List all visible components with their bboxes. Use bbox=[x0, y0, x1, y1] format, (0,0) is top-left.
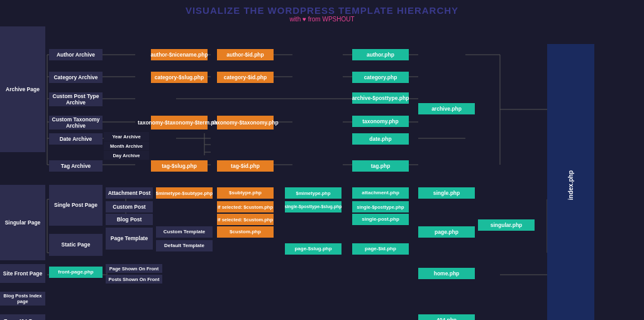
singular-php-node: singular.php bbox=[478, 219, 535, 231]
posts-shown-on-front-node: Posts Shown On Front bbox=[106, 275, 162, 284]
mimetype-php-node: $mimetype.php bbox=[285, 187, 341, 199]
custom-php-node: $custom.php bbox=[217, 226, 274, 238]
month-archive-node: Month Archive bbox=[104, 141, 149, 150]
tag-slug-node: tag-$slug.php bbox=[151, 160, 208, 172]
custom-template-node: Custom Template bbox=[156, 226, 213, 238]
page-shown-on-front-node: Page Shown On Front bbox=[106, 264, 162, 273]
tag-archive-node: Tag Archive bbox=[49, 160, 103, 172]
single-posttype-node: single-$posttype.php bbox=[352, 201, 409, 212]
tag-id-node: tag-$id.php bbox=[217, 160, 274, 172]
author-nicename-node: author-$nicename.php bbox=[151, 49, 208, 60]
if-selected-custom2-node: if selected: $custom.php bbox=[217, 214, 274, 225]
front-page-php-node: front-page.php bbox=[49, 267, 103, 278]
content-area: Archive Page Author Archive Category Arc… bbox=[0, 26, 644, 309]
single-post-page-node: Single Post Page bbox=[49, 185, 103, 226]
custom-taxonomy-archive-node: Custom Taxonomy Archive bbox=[49, 116, 103, 130]
day-archive-node: Day Archive bbox=[104, 151, 149, 160]
author-archive-node: Author Archive bbox=[49, 49, 103, 60]
static-page-node: Static Page bbox=[49, 234, 103, 256]
sub-title: with ♥ from WPSHOUT bbox=[0, 16, 644, 23]
tag-php-node: tag.php bbox=[352, 160, 409, 172]
if-selected-custom1-node: if selected: $custom.php bbox=[217, 201, 274, 212]
main-container: VISUALIZE THE WORDPRESS TEMPLATE HIERARC… bbox=[0, 0, 644, 320]
singular-page-node: Singular Page bbox=[0, 185, 45, 260]
archive-page-node: Archive Page bbox=[0, 26, 45, 152]
blog-post-node: Blog Post bbox=[106, 214, 153, 225]
archive-posttype-node: archive-$posttype.php bbox=[352, 92, 409, 104]
single-post-node: single-post.php bbox=[352, 214, 409, 225]
site-front-page-node: Site Front Page bbox=[0, 264, 45, 283]
page-php-node: page.php bbox=[418, 226, 475, 238]
taxonomy-term-node: taxonomy-$taxonomy-$term.php bbox=[151, 116, 208, 130]
error-404-php-node: 404.php bbox=[418, 314, 475, 320]
blog-posts-index-node: Blog Posts Index page bbox=[0, 292, 45, 306]
category-id-node: category-$id.php bbox=[217, 72, 274, 83]
category-php-node: category.php bbox=[352, 72, 409, 83]
category-archive-node: Category Archive bbox=[49, 72, 103, 83]
taxonomy-php-node: taxonomy-$taxonomy.php bbox=[217, 116, 274, 130]
author-php-node: author.php bbox=[352, 49, 409, 60]
custom-post-type-archive-node: Custom Post Type Archive bbox=[49, 92, 103, 106]
taxonomy-php2-node: taxonomy.php bbox=[352, 116, 409, 127]
date-php-node: date.php bbox=[352, 133, 409, 145]
main-title: VISUALIZE THE WORDPRESS TEMPLATE HIERARC… bbox=[0, 5, 644, 16]
error-404-node: Error 404 Page bbox=[0, 314, 45, 320]
title-area: VISUALIZE THE WORDPRESS TEMPLATE HIERARC… bbox=[0, 5, 644, 23]
attachment-post-node: Attachment Post bbox=[106, 187, 153, 199]
date-archive-node: Date Archive bbox=[49, 133, 103, 145]
page-id-node: page-$id.php bbox=[352, 243, 409, 255]
archive-php-node: archive.php bbox=[418, 103, 475, 114]
attachment-php-node: attachment.php bbox=[352, 187, 409, 199]
default-template-node: Default Template bbox=[156, 240, 213, 251]
mimetype-subtype-node: $mimetype-$subtype.php bbox=[156, 187, 213, 199]
page-slug-node: page-$slug.php bbox=[285, 243, 341, 255]
home-php-node: home.php bbox=[418, 268, 475, 279]
year-archive-node: Year Archive bbox=[104, 132, 149, 141]
brand-name: WPSHOUT bbox=[322, 16, 354, 23]
subtype-php-node: $subtype.php bbox=[217, 187, 274, 199]
index-php-node: index.php bbox=[547, 44, 594, 320]
author-id-node: author-$id.php bbox=[217, 49, 274, 60]
single-posttype-slug-node: single-$posttype-$slug.php bbox=[285, 201, 341, 212]
single-php-node: single.php bbox=[418, 187, 475, 199]
category-slug-node: category-$slug.php bbox=[151, 72, 208, 83]
page-template-node: Page Template bbox=[106, 228, 153, 250]
custom-post-node: Custom Post bbox=[106, 201, 153, 212]
